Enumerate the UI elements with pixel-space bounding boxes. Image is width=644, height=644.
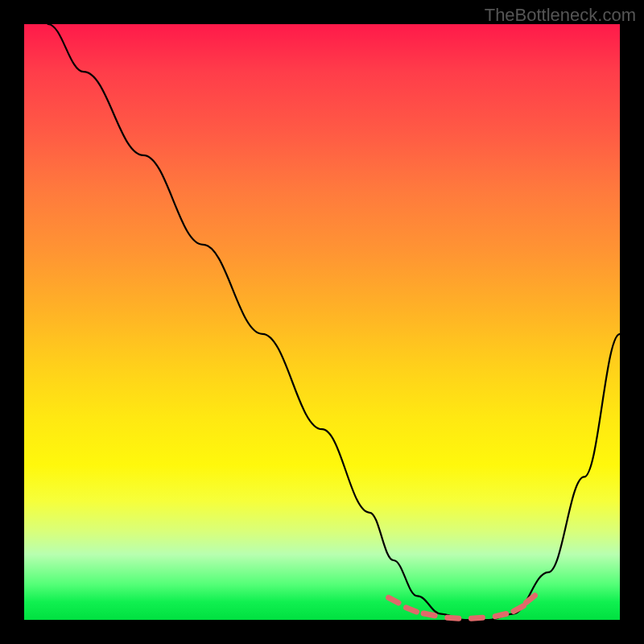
optimal-marker-dash [448,617,459,618]
optimal-region-markers [389,596,535,619]
bottleneck-curve [48,24,620,620]
optimal-marker-dash [514,606,523,612]
optimal-marker-dash [495,614,506,617]
optimal-marker-dash [423,613,435,616]
optimal-marker-dash [471,617,482,618]
chart-svg [24,24,620,620]
watermark-text: TheBottleneck.com [485,5,636,26]
optimal-marker-dash [389,597,398,603]
optimal-marker-dash [526,596,535,603]
optimal-marker-dash [407,608,417,612]
